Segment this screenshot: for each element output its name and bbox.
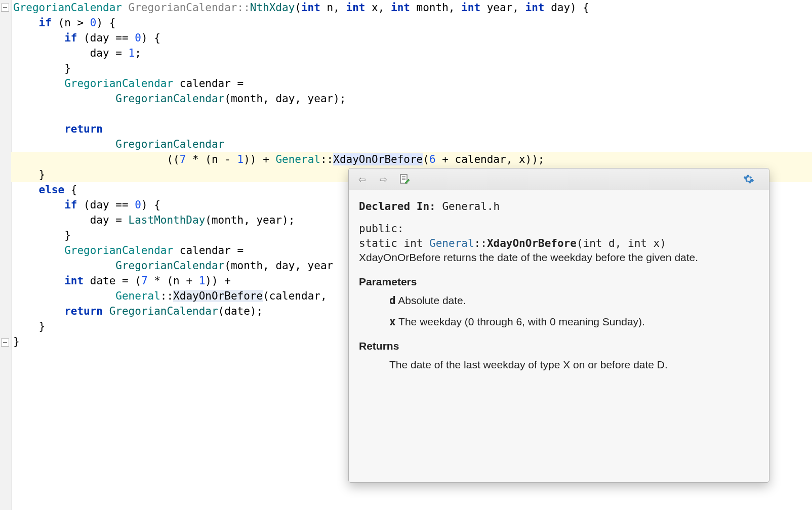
keyword: int (64, 275, 84, 287)
text: * (n + (148, 275, 199, 287)
quick-doc-popup[interactable]: ⇦ ⇨ Declared In: General.h (348, 168, 769, 483)
text: ; (135, 47, 141, 59)
text: (month, day, year (224, 260, 333, 272)
parameters-list: d Absolute date. x The weekday (0 throug… (359, 293, 759, 329)
back-button[interactable]: ⇦ (355, 172, 369, 186)
signature: static int General::XdayOnOrBefore(int d… (359, 236, 759, 250)
text: } (13, 335, 20, 348)
function-name: NthXday (250, 2, 295, 14)
type-name: GregorianCalendar (13, 2, 129, 14)
param-name: d (389, 294, 396, 307)
number: 0 (90, 17, 97, 29)
selected-symbol[interactable]: XdayOnOrBefore (333, 153, 423, 165)
edit-source-button[interactable] (397, 172, 412, 186)
settings-button[interactable] (742, 172, 756, 186)
text: * (n - (186, 153, 237, 165)
text (13, 199, 64, 211)
param-desc: Absolute date. (396, 294, 466, 306)
text (13, 123, 64, 135)
number: 0 (135, 199, 141, 211)
popup-body[interactable]: Declared In: General.h public: static in… (349, 190, 769, 381)
text: :: (160, 290, 173, 302)
symbol-occurrence[interactable]: XdayOnOrBefore (173, 290, 263, 302)
text: day = (13, 214, 129, 226)
param-row: d Absolute date. (389, 293, 759, 308)
returns-heading: Returns (359, 339, 759, 353)
text: (day == (77, 199, 135, 211)
declared-in-line: Declared In: General.h (359, 199, 759, 214)
sig-params: (int d, int x) (577, 237, 666, 249)
text (13, 184, 39, 196)
keyword: if (64, 32, 77, 44)
arrow-right-icon: ⇨ (380, 172, 387, 186)
text: } (13, 320, 45, 332)
text: ) { (141, 199, 160, 211)
scope: General (115, 290, 160, 302)
keyword: int (461, 2, 480, 14)
param-row: x The weekday (0 through 6, with 0 meani… (389, 315, 759, 329)
keyword: int (346, 2, 365, 14)
text: day = (13, 47, 129, 59)
text: ) { (96, 17, 115, 29)
text (13, 290, 115, 302)
text: date = ( (84, 275, 141, 287)
text (13, 138, 115, 150)
number: 6 (429, 153, 436, 165)
text: (( (13, 153, 180, 165)
fold-end-icon[interactable] (1, 338, 9, 347)
text (13, 244, 64, 257)
number: 1 (129, 47, 135, 59)
text: )) + (205, 275, 231, 287)
text (13, 305, 64, 317)
arrow-left-icon: ⇦ (358, 172, 366, 186)
text: )) + (243, 153, 275, 165)
function-call: GregorianCalendar (109, 305, 218, 317)
parameters-heading: Parameters (359, 275, 759, 289)
text: ) { (141, 32, 160, 44)
declared-in-value: General.h (442, 200, 500, 212)
text: } (13, 168, 45, 181)
edit-icon (399, 174, 410, 185)
forward-button[interactable]: ⇨ (376, 172, 390, 186)
param-name: x (389, 316, 396, 328)
text: (day == (77, 32, 135, 44)
code-editor[interactable]: GregorianCalendar GregorianCalendar::Nth… (0, 0, 812, 510)
scope: General (275, 153, 320, 165)
text: (date); (218, 305, 263, 317)
returns-desc: The date of the last weekday of type X o… (359, 358, 759, 372)
number: 0 (135, 32, 141, 44)
fold-start-icon[interactable] (1, 4, 9, 12)
number: 1 (237, 153, 244, 165)
function-call: GregorianCalendar (115, 93, 224, 105)
text: (calendar, (263, 290, 327, 302)
declared-label: Declared In: (359, 200, 442, 212)
doc-summary: XdayOnOrBefore returns the date of the w… (359, 250, 759, 265)
access-specifier: public: (359, 222, 759, 236)
gutter (0, 0, 12, 510)
keyword: int (391, 2, 410, 14)
keyword: int (525, 2, 545, 14)
param-desc: The weekday (0 through 6, with 0 meaning… (396, 316, 645, 327)
text: x, (365, 2, 391, 14)
number: 7 (180, 153, 186, 165)
text: } (13, 62, 71, 74)
function-call: GregorianCalendar (115, 260, 224, 272)
sig-class-link[interactable]: General (429, 237, 474, 249)
text (13, 77, 64, 90)
keyword: int (301, 2, 320, 14)
type-name: GregorianCalendar (64, 244, 173, 257)
keyword: if (39, 17, 52, 29)
text (13, 32, 64, 44)
keyword: if (64, 199, 77, 211)
text: { (64, 184, 77, 196)
text (103, 305, 109, 317)
text: ( (423, 153, 429, 165)
text: + calendar, x)); (436, 153, 545, 165)
sig-prefix: static int (359, 237, 429, 249)
spacer (359, 214, 759, 222)
sig-name: XdayOnOrBefore (487, 237, 577, 249)
number: 1 (199, 275, 206, 287)
function-call: GregorianCalendar (115, 138, 224, 150)
keyword: return (64, 123, 103, 135)
text: (month, year); (205, 214, 295, 226)
